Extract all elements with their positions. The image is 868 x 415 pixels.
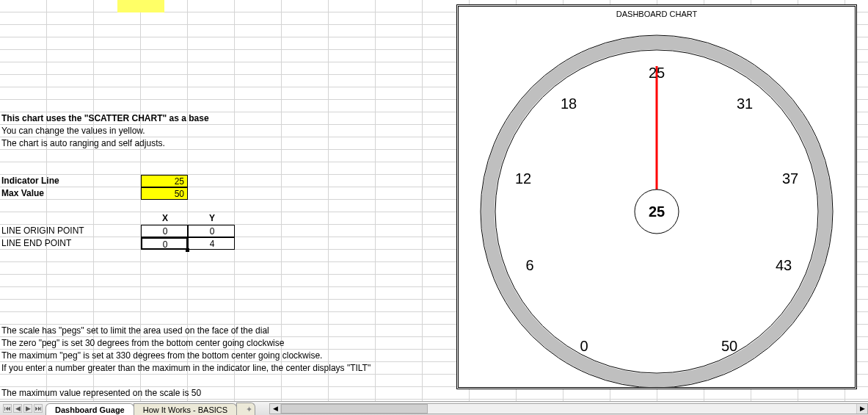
indicator-line-value[interactable]: 25 [141, 175, 188, 187]
tab-nav-buttons: ⏮ ◀ ▶ ⏭ [0, 404, 45, 413]
note-3: The maximum "peg" is set at 330 degrees … [0, 350, 322, 362]
scroll-thumb[interactable] [281, 404, 428, 414]
row-end-x[interactable]: 0 [141, 237, 188, 250]
row-origin-y[interactable]: 0 [188, 225, 235, 237]
gauge-tick-8: 50 [721, 338, 737, 354]
tab-nav-next-icon[interactable]: ▶ [23, 404, 32, 413]
note-4: If you enter a number greater than the m… [0, 362, 371, 375]
gauge-tick-2: 12 [515, 170, 531, 187]
row-end-label: LINE END POINT [0, 237, 71, 250]
row-end-y[interactable]: 4 [188, 237, 235, 250]
scroll-right-icon[interactable]: ▶ [856, 404, 867, 414]
sheet-tab-bar: ⏮ ◀ ▶ ⏭ Dashboard Guage How It Works - B… [0, 401, 868, 415]
gauge-tick-3: 18 [561, 95, 577, 112]
highlight-cell[interactable] [117, 0, 164, 12]
tab-dashboard-gauge[interactable]: Dashboard Guage [45, 403, 134, 416]
scroll-left-icon[interactable]: ◀ [270, 404, 281, 414]
gauge-tick-7: 43 [776, 257, 792, 273]
row-origin-x[interactable]: 0 [141, 225, 188, 237]
heading-line-3: The chart is auto ranging and self adjus… [0, 137, 165, 150]
chart-title: DASHBOARD CHART [459, 7, 855, 21]
gauge-tick-1: 6 [525, 257, 533, 273]
note-1: The scale has "pegs" set to limit the ar… [0, 325, 269, 337]
horizontal-scrollbar[interactable]: ◀ ▶ [269, 403, 868, 414]
max-value-input[interactable]: 50 [141, 187, 188, 200]
max-value-label: Max Value [0, 187, 44, 200]
note-2: The zero "peg" is set 30 degrees from th… [0, 337, 284, 350]
gauge-tick-5: 31 [737, 95, 753, 112]
col-header-x: X [141, 212, 188, 225]
selection-handle[interactable] [186, 248, 189, 252]
gauge-dial: 25 0 6 12 18 25 31 37 43 50 [473, 21, 840, 388]
indicator-line-label: Indicator Line [0, 175, 59, 187]
note-5: The maximum value represented on the sca… [0, 387, 201, 400]
row-origin-label: LINE ORIGIN POINT [0, 225, 84, 237]
tab-nav-last-icon[interactable]: ⏭ [34, 404, 43, 413]
gauge-center-value: 25 [649, 203, 665, 220]
tab-nav-prev-icon[interactable]: ◀ [13, 404, 22, 413]
tab-nav-first-icon[interactable]: ⏮ [3, 404, 12, 413]
tab-how-it-works[interactable]: How It Works - BASICS [134, 403, 237, 416]
dashboard-chart-frame: DASHBOARD CHART 25 0 6 12 18 25 31 37 43… [456, 4, 857, 389]
col-header-y: Y [188, 212, 235, 225]
tab-new-sheet-icon[interactable]: ✦ [236, 403, 255, 415]
heading-line-2: You can change the values in yellow. [0, 125, 145, 137]
gauge-tick-0: 0 [580, 338, 588, 354]
gauge-tick-4: 25 [649, 65, 665, 81]
gauge-tick-6: 37 [782, 170, 798, 187]
heading-line-1: This chart uses the "SCATTER CHART" as a… [0, 112, 209, 125]
